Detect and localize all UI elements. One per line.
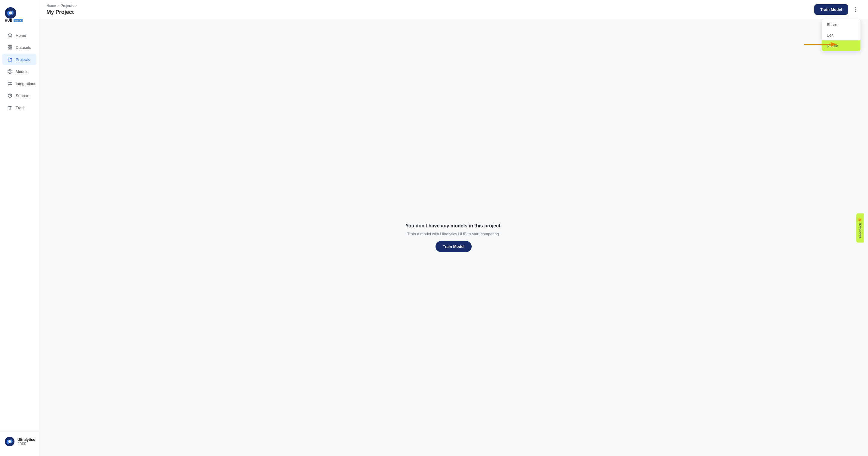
support-icon	[7, 93, 13, 98]
svg-rect-15	[9, 83, 11, 84]
breadcrumb-sep2: >	[75, 4, 77, 8]
svg-point-8	[9, 70, 11, 73]
svg-point-20	[8, 440, 11, 443]
home-icon	[7, 33, 13, 38]
svg-rect-7	[10, 48, 12, 49]
feedback-label: Feedback	[858, 223, 862, 238]
projects-icon	[7, 57, 13, 62]
trash-icon	[7, 105, 13, 110]
sidebar-item-models-label: Models	[16, 69, 28, 74]
empty-state-title: You don't have any models in this projec…	[405, 223, 501, 229]
more-options-button[interactable]: ⋮	[850, 4, 861, 16]
sidebar-item-home[interactable]: Home	[2, 30, 36, 41]
more-dots-icon: ⋮	[853, 6, 858, 13]
dropdown-menu: Share Edit Delete	[822, 19, 861, 51]
hub-text: HUB	[5, 19, 12, 22]
sidebar-item-models[interactable]: Models	[2, 66, 36, 77]
breadcrumb-sep1: >	[57, 4, 59, 8]
main-content: Home > Projects > My Project Train Model…	[39, 0, 868, 456]
svg-rect-6	[8, 48, 10, 49]
sidebar-item-datasets[interactable]: Datasets	[2, 41, 36, 53]
empty-state-container: You don't have any models in this projec…	[405, 223, 501, 252]
feedback-emoji: 🙂	[858, 218, 862, 222]
sidebar-item-projects[interactable]: Projects	[2, 54, 36, 65]
main-empty-state: You don't have any models in this projec…	[39, 19, 868, 456]
models-icon	[7, 69, 13, 74]
sidebar-nav: Home Datasets Projects	[0, 30, 39, 432]
dropdown-edit[interactable]: Edit	[822, 30, 861, 40]
feedback-button[interactable]: Feedback 🙂	[856, 213, 864, 243]
sidebar-item-trash[interactable]: Trash	[2, 102, 36, 113]
ultralytics-logo	[5, 7, 16, 19]
header: Home > Projects > My Project Train Model…	[39, 0, 868, 19]
empty-state-subtitle: Train a model with Ultralytics HUB to st…	[407, 232, 500, 236]
breadcrumb-projects-link[interactable]: Projects	[61, 4, 73, 8]
svg-rect-4	[8, 46, 10, 47]
user-name: Ultralytics	[18, 437, 35, 442]
page-title: My Project	[46, 9, 77, 16]
svg-point-9	[10, 69, 10, 70]
sidebar-item-datasets-label: Datasets	[16, 45, 31, 50]
svg-point-13	[8, 72, 9, 73]
train-model-empty-button[interactable]: Train Model	[435, 241, 472, 252]
breadcrumb-nav: Home > Projects >	[46, 4, 77, 8]
svg-point-12	[11, 70, 12, 71]
svg-rect-5	[10, 46, 12, 47]
user-info[interactable]: Ultralytics FREE	[5, 437, 34, 446]
sidebar-bottom: Ultralytics FREE	[0, 432, 39, 451]
svg-point-3	[9, 11, 12, 15]
beta-badge: BETA	[13, 19, 22, 22]
logo-text-row: HUB BETA	[5, 19, 23, 22]
logo-area: HUB BETA	[0, 5, 39, 30]
dropdown-share[interactable]: Share	[822, 19, 861, 30]
sidebar-item-projects-label: Projects	[16, 57, 30, 62]
svg-point-11	[8, 70, 9, 71]
avatar	[5, 437, 14, 446]
sidebar-item-integrations-label: Integrations	[16, 81, 36, 86]
sidebar: HUB BETA Home Datasets	[0, 0, 39, 456]
sidebar-item-support[interactable]: Support	[2, 90, 36, 101]
train-model-button[interactable]: Train Model	[814, 4, 848, 15]
breadcrumb: Home > Projects > My Project	[46, 4, 77, 16]
sidebar-item-integrations[interactable]: Integrations	[2, 78, 36, 89]
user-plan: FREE	[18, 442, 35, 446]
datasets-icon	[7, 45, 13, 50]
dropdown-delete[interactable]: Delete	[822, 40, 861, 51]
svg-point-10	[10, 73, 10, 74]
sidebar-item-trash-label: Trash	[16, 106, 26, 110]
integrations-icon	[7, 81, 13, 86]
sidebar-item-home-label: Home	[16, 33, 26, 38]
sidebar-item-support-label: Support	[16, 93, 30, 98]
user-details: Ultralytics FREE	[18, 437, 35, 446]
svg-point-14	[11, 72, 12, 73]
svg-point-16	[8, 94, 12, 97]
breadcrumb-home-link[interactable]: Home	[46, 4, 56, 8]
header-actions: Train Model ⋮ Share Edit Delete	[814, 4, 861, 16]
